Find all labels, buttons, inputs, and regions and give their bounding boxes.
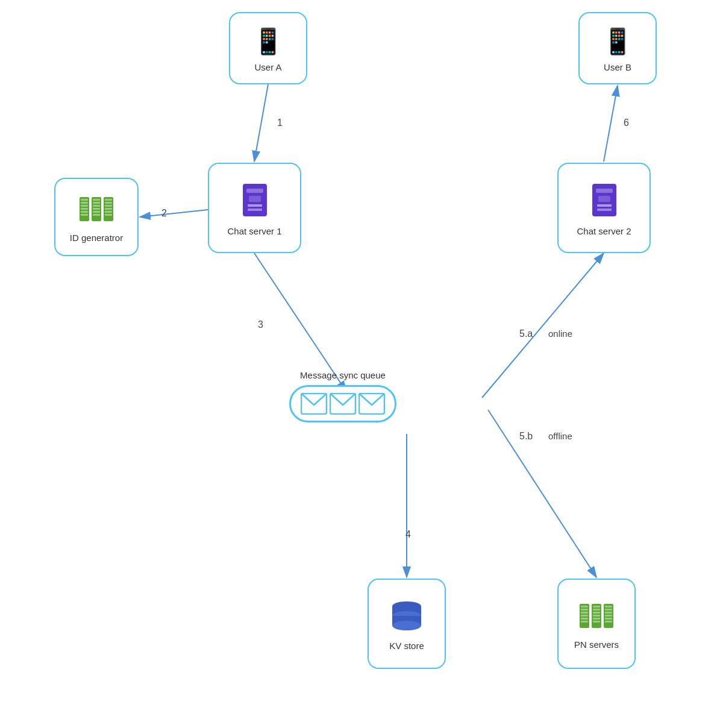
svg-rect-11 <box>248 204 262 207</box>
svg-rect-28 <box>93 202 100 204</box>
message-queue-node: Message sync queue <box>289 368 396 422</box>
step-6-label: 6 <box>624 118 629 128</box>
svg-line-2 <box>254 84 268 162</box>
step-1-label: 1 <box>277 118 283 128</box>
chat-server-2-node: Chat server 2 <box>557 163 651 253</box>
svg-rect-32 <box>93 214 100 216</box>
user-a-label: User A <box>254 62 281 72</box>
step-3-label: 3 <box>258 319 263 330</box>
svg-line-7 <box>488 410 596 577</box>
svg-rect-10 <box>246 189 263 193</box>
svg-rect-61 <box>593 621 600 623</box>
svg-rect-34 <box>105 199 112 201</box>
svg-rect-60 <box>593 618 600 620</box>
svg-rect-20 <box>81 199 88 201</box>
svg-rect-23 <box>81 208 88 210</box>
svg-rect-30 <box>93 208 100 210</box>
svg-rect-52 <box>581 615 588 617</box>
svg-rect-29 <box>93 205 100 207</box>
svg-rect-22 <box>81 205 88 207</box>
offline-label: offline <box>548 431 572 441</box>
envelope-icon-2 <box>330 393 356 415</box>
user-b-label: User B <box>604 62 631 72</box>
phone-icon-b: 📱 <box>602 27 633 56</box>
svg-rect-38 <box>105 211 112 213</box>
kv-store-node: KV store <box>368 579 446 669</box>
step-4-label: 4 <box>405 529 411 540</box>
step-5b-label: 5.b <box>519 431 533 442</box>
pn-servers-icon <box>578 601 615 633</box>
svg-rect-18 <box>598 196 610 202</box>
svg-rect-54 <box>581 621 588 623</box>
svg-rect-63 <box>605 606 612 607</box>
queue-box <box>289 385 396 422</box>
queue-title: Message sync queue <box>300 370 386 380</box>
pn-servers-label: PN servers <box>574 639 619 650</box>
svg-rect-59 <box>593 615 600 617</box>
chat-server-2-label: Chat server 2 <box>577 226 631 236</box>
svg-rect-25 <box>81 214 88 216</box>
chat-server-1-label: Chat server 1 <box>227 226 281 236</box>
kv-store-label: KV store <box>389 641 424 651</box>
svg-rect-39 <box>105 214 112 216</box>
svg-rect-58 <box>593 612 600 613</box>
svg-rect-51 <box>581 612 588 613</box>
chat-server-1-icon <box>240 183 269 220</box>
svg-line-8 <box>604 86 618 162</box>
svg-rect-36 <box>105 205 112 207</box>
svg-rect-31 <box>93 211 100 213</box>
svg-point-47 <box>392 621 421 630</box>
online-label: online <box>548 328 572 339</box>
svg-rect-16 <box>597 204 612 207</box>
user-b-node: 📱 User B <box>578 12 657 84</box>
svg-line-3 <box>140 210 208 217</box>
pn-servers-node: PN servers <box>557 579 636 669</box>
kv-store-icon <box>389 599 425 635</box>
svg-line-6 <box>482 253 604 398</box>
id-generator-node: ID generatror <box>54 178 139 256</box>
phone-icon-a: 📱 <box>252 27 284 56</box>
chat-server-2-icon <box>590 183 619 220</box>
id-generator-icon <box>78 194 114 227</box>
svg-rect-15 <box>596 189 613 193</box>
svg-rect-68 <box>605 621 612 623</box>
svg-rect-65 <box>605 612 612 613</box>
user-a-node: 📱 User A <box>229 12 307 84</box>
svg-rect-17 <box>597 209 612 211</box>
svg-rect-21 <box>81 202 88 204</box>
svg-rect-57 <box>593 609 600 610</box>
svg-rect-67 <box>605 618 612 620</box>
envelope-icon-3 <box>358 393 385 415</box>
svg-rect-12 <box>248 209 262 211</box>
envelope-icon-1 <box>301 393 327 415</box>
step-2-label: 2 <box>161 208 167 219</box>
svg-rect-56 <box>593 606 600 607</box>
svg-rect-35 <box>105 202 112 204</box>
chat-server-1-node: Chat server 1 <box>208 163 301 253</box>
svg-rect-13 <box>249 196 261 202</box>
svg-rect-53 <box>581 618 588 620</box>
svg-rect-37 <box>105 208 112 210</box>
svg-rect-50 <box>581 609 588 610</box>
svg-rect-24 <box>81 211 88 213</box>
step-5a-label: 5.a <box>519 328 533 339</box>
svg-rect-64 <box>605 609 612 610</box>
svg-rect-27 <box>93 199 100 201</box>
diagram: 📱 User A 📱 User B Chat server 1 <box>0 0 723 728</box>
svg-rect-66 <box>605 615 612 617</box>
svg-rect-49 <box>581 606 588 607</box>
id-generator-label: ID generatror <box>70 233 123 243</box>
